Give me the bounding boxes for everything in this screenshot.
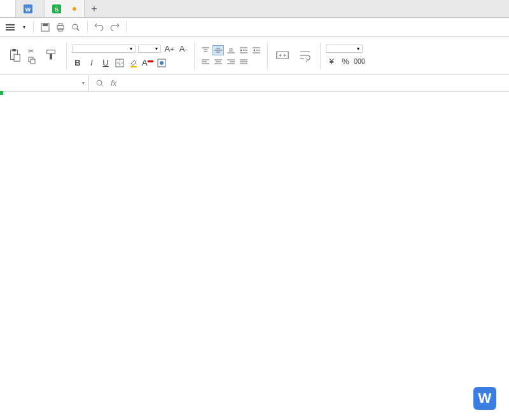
justify-button[interactable] bbox=[238, 57, 249, 67]
formula-bar: ▾ fx bbox=[0, 75, 509, 92]
print-button[interactable] bbox=[54, 21, 67, 34]
name-box[interactable]: ▾ bbox=[0, 75, 89, 91]
svg-rect-21 bbox=[130, 66, 137, 67]
ribbon: ✂ ▾ ▾ A+ A- B I U A bbox=[0, 37, 509, 75]
italic-button[interactable]: I bbox=[86, 57, 97, 69]
cell-styles-button[interactable] bbox=[156, 57, 167, 69]
tab-home[interactable] bbox=[0, 0, 16, 17]
svg-rect-51 bbox=[277, 52, 288, 59]
svg-point-9 bbox=[73, 24, 78, 29]
svg-point-23 bbox=[160, 61, 164, 65]
merge-icon bbox=[275, 48, 289, 62]
copy-button[interactable] bbox=[28, 57, 38, 64]
underline-button[interactable]: U bbox=[100, 57, 111, 69]
spreadsheet-icon: S bbox=[52, 4, 61, 13]
font-color-button[interactable]: A bbox=[142, 57, 153, 69]
merge-center-button[interactable] bbox=[273, 48, 292, 64]
cut-button[interactable]: ✂ bbox=[28, 47, 38, 55]
align-left-button[interactable] bbox=[200, 57, 211, 67]
svg-rect-13 bbox=[14, 54, 20, 61]
svg-line-53 bbox=[101, 85, 103, 87]
function-wizard-icon[interactable] bbox=[95, 79, 104, 88]
fx-icon[interactable]: fx bbox=[111, 79, 116, 88]
format-painter-button[interactable] bbox=[42, 48, 61, 64]
new-tab-button[interactable]: + bbox=[85, 0, 104, 17]
preview-button[interactable] bbox=[69, 21, 82, 34]
currency-button[interactable]: ¥ bbox=[326, 55, 337, 67]
paste-icon bbox=[8, 48, 22, 62]
chevron-down-icon: ▾ bbox=[155, 46, 158, 52]
cell-cursor bbox=[0, 92, 3, 94]
format-painter-icon bbox=[45, 48, 59, 62]
number-format-select[interactable]: ▾ bbox=[326, 45, 363, 53]
svg-line-10 bbox=[77, 29, 79, 31]
align-center-button[interactable] bbox=[213, 57, 224, 67]
increase-font-button[interactable]: A+ bbox=[164, 43, 175, 55]
window-tabs: W S + bbox=[0, 0, 509, 18]
tab-doc2[interactable]: S bbox=[45, 0, 85, 17]
svg-rect-17 bbox=[50, 53, 52, 59]
name-box-input[interactable] bbox=[22, 79, 80, 88]
copy-icon bbox=[28, 57, 36, 64]
align-bottom-button[interactable] bbox=[225, 45, 237, 55]
save-button[interactable] bbox=[39, 21, 52, 34]
svg-text:W: W bbox=[25, 6, 31, 12]
paste-button[interactable] bbox=[5, 48, 24, 64]
font-name-select[interactable]: ▾ bbox=[72, 45, 136, 53]
chevron-down-icon: ▾ bbox=[82, 80, 85, 86]
tab-doc1[interactable]: W bbox=[16, 0, 45, 17]
svg-rect-15 bbox=[31, 59, 35, 64]
comma-button[interactable]: 000 bbox=[354, 55, 365, 67]
svg-rect-7 bbox=[59, 24, 62, 25]
chevron-down-icon: ▾ bbox=[130, 46, 132, 52]
bold-button[interactable]: B bbox=[72, 57, 83, 69]
undo-button[interactable] bbox=[93, 21, 106, 34]
align-top-button[interactable] bbox=[200, 45, 211, 55]
font-size-select[interactable]: ▾ bbox=[138, 45, 161, 53]
wps-logo-icon: W bbox=[473, 387, 496, 410]
svg-rect-16 bbox=[47, 50, 55, 53]
wrap-text-button[interactable] bbox=[296, 48, 315, 64]
wrap-icon bbox=[298, 48, 312, 62]
scissors-icon: ✂ bbox=[28, 47, 34, 55]
redo-button[interactable] bbox=[108, 21, 121, 34]
decrease-font-button[interactable]: A- bbox=[178, 43, 189, 55]
wps-logo: W bbox=[473, 387, 500, 410]
align-middle-button[interactable] bbox=[213, 45, 224, 55]
svg-text:S: S bbox=[55, 6, 59, 12]
alignment-group bbox=[200, 45, 262, 67]
fill-color-button[interactable] bbox=[128, 57, 139, 69]
decrease-indent-button[interactable] bbox=[238, 45, 249, 55]
menu-bar: ▾ bbox=[0, 18, 509, 37]
svg-point-52 bbox=[97, 80, 102, 85]
svg-rect-5 bbox=[43, 24, 48, 26]
unsaved-dot-icon bbox=[73, 7, 76, 11]
align-right-button[interactable] bbox=[225, 57, 237, 67]
percent-button[interactable]: % bbox=[340, 55, 351, 67]
chevron-down-icon: ▾ bbox=[23, 24, 25, 30]
border-button[interactable] bbox=[114, 57, 125, 69]
svg-rect-12 bbox=[12, 48, 15, 51]
chevron-down-icon: ▾ bbox=[357, 46, 359, 52]
increase-indent-button[interactable] bbox=[251, 45, 262, 55]
word-icon: W bbox=[24, 4, 32, 13]
app-menu-button[interactable] bbox=[4, 21, 17, 34]
file-menu[interactable]: ▾ bbox=[19, 23, 28, 31]
